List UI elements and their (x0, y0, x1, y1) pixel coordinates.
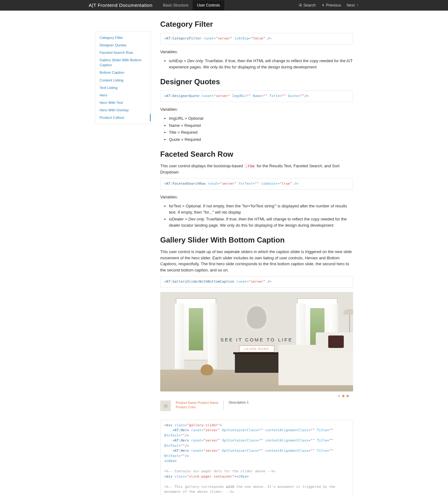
list-item: forText = Optional. If not empty, then t… (169, 203, 353, 215)
list-item: Title = Required (169, 129, 353, 136)
pager-dot-icon[interactable] (347, 395, 349, 397)
hero-title: SEE IT COME TO LIFE (221, 337, 293, 342)
learn-more-button[interactable]: LEARN MORE (239, 345, 274, 352)
heading-faceted-search-row: Faceted Search Row (160, 150, 353, 159)
product-thumbnail[interactable]: ▣ (160, 400, 171, 411)
sidebar-item-hero-with-text[interactable]: Hero With Text (95, 99, 151, 106)
previous-link[interactable]: Previous (321, 3, 341, 7)
next-link: Next (347, 3, 359, 7)
heading-gallery-slider: Gallery Slider With Bottom Caption (160, 236, 353, 244)
list-item: isAtExp = Dev only. True/false. If true,… (169, 58, 353, 70)
pager-dot-icon[interactable] (342, 395, 344, 397)
product-description: Description 1 (229, 400, 249, 404)
search-link[interactable]: Search (299, 3, 316, 7)
vars-label: Variables: (160, 106, 353, 113)
tab-user-controls[interactable]: User Controls (193, 0, 224, 10)
sidebar-item-designer-quotes[interactable]: Designer Quotes (95, 41, 151, 49)
product-name: Product Name Product Name (176, 400, 218, 405)
heading-designer-quotes: Designer Quotes (160, 77, 353, 86)
sidebar-item-faceted-search-row[interactable]: Faceted Search Row (95, 49, 151, 56)
pager-dot-icon[interactable] (338, 395, 340, 397)
tab-basic-structure[interactable]: Basic Structure (159, 0, 193, 10)
code-gallery-full: <div class="gallery-slider"> <AT:Hero ru… (160, 420, 353, 495)
code-designer-quotes: <AT:DesignerQuote runat="server" ImgURL=… (160, 90, 353, 102)
sidebar-item-gallery-slider[interactable]: Gallery Slider With Bottom Caption (95, 56, 151, 69)
sidebar-item-bottom-caption[interactable]: Bottom Caption (95, 69, 151, 76)
paragraph: This user control displays the bootstrap… (160, 163, 353, 175)
sidebar-item-product-callout[interactable]: Product Callout (95, 114, 151, 121)
hero-demo-image: SEE IT COME TO LIFE LEARN MORE (160, 292, 353, 391)
search-icon (299, 3, 302, 7)
list-item: Name = Required (169, 123, 353, 129)
sidebar-item-hero[interactable]: Hero (95, 91, 151, 99)
vars-label: Variables: (160, 49, 353, 55)
paragraph: This user control is made up of two sepe… (160, 249, 353, 273)
list-item: Quote = Required (169, 136, 353, 143)
nav-tabs: Basic Structure User Controls (159, 0, 224, 10)
sidebar-item-hero-with-overlay[interactable]: Hero With Overlay (95, 106, 151, 114)
main-content: Category Filter <AT:CategoryFilter runat… (160, 20, 353, 495)
caption-row: ▣ Product Name Product Name Product Colo… (160, 398, 353, 417)
product-color: Product Color (176, 405, 218, 409)
code-category-filter: <AT:CategoryFilter runat="server" isAtEx… (160, 33, 353, 44)
code-faceted-search: <AT:FacetedSearchRow runat="server" forT… (160, 178, 353, 190)
list-item: ImgURL = Optional (169, 115, 353, 122)
list-item: isDealer = Dev only. True/false. If true… (169, 216, 353, 228)
sidebar-item-text-listing[interactable]: Text Listing (95, 84, 151, 91)
code-gallery-slider: <AT:GallerySliderWithBottomCaption runat… (160, 276, 353, 288)
vars-label: Variables: (160, 194, 353, 200)
arrow-right-icon (356, 3, 359, 7)
pager-dots (160, 392, 353, 398)
heading-category-filter: Category Filter (160, 20, 353, 29)
sidebar-item-category-filter[interactable]: Category Filter (95, 34, 151, 41)
brand[interactable]: A|T Frontend Documentation (89, 2, 159, 8)
sidebar-item-content-listing[interactable]: Content Listing (95, 76, 151, 84)
arrow-left-icon (321, 3, 325, 7)
navbar: A|T Frontend Documentation Basic Structu… (0, 0, 448, 11)
sidebar-toc: Category Filter Designer Quotes Faceted … (95, 31, 151, 124)
